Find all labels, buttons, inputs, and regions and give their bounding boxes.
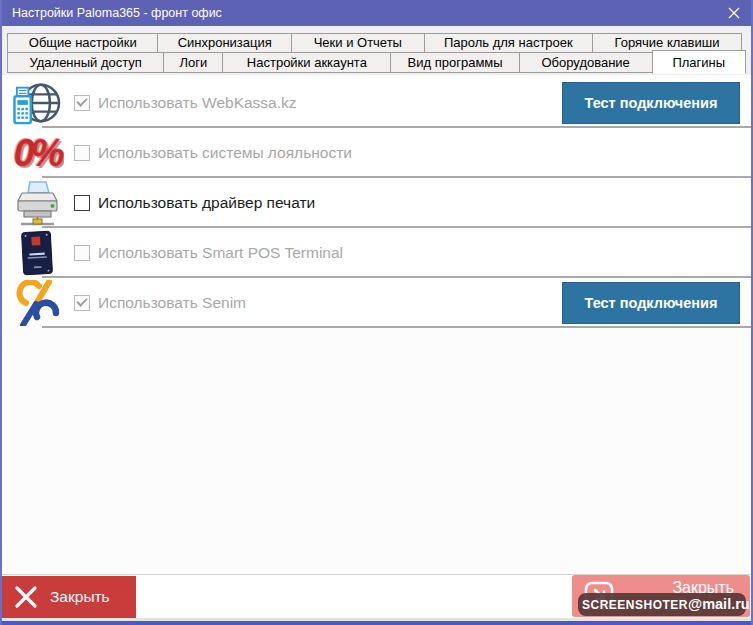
plugin-row-loyalty: 0% Использовать системы лояльности [2, 128, 751, 178]
tab-row-2: Удаленный доступ Логи Настройки аккаунта… [2, 53, 751, 74]
tab-program-view[interactable]: Вид программы [390, 52, 519, 73]
plugin-row-senim: Использовать Senim Тест подключения [2, 278, 751, 328]
titlebar: Настройки Paloma365 - фронт офис [2, 0, 751, 26]
settings-window: Настройки Paloma365 - фронт офис Общие н… [0, 0, 753, 625]
screenshoter-watermark[interactable]: Закрыть SCREENSHOTER@mail.ru [572, 575, 750, 617]
tab-synchronization[interactable]: Синхронизация [157, 33, 291, 53]
test-connection-button[interactable]: Тест подключения [562, 82, 740, 124]
row-divider [42, 326, 751, 328]
tab-logs[interactable]: Логи [163, 52, 223, 73]
plugin-row-print-driver: Использовать драйвер печати [2, 178, 751, 228]
tab-strip: Общие настройки Синхронизация Чеки и Отч… [2, 26, 751, 75]
tab-remote-access[interactable]: Удаленный доступ [7, 52, 164, 73]
plugin-checkbox[interactable] [74, 95, 90, 111]
senim-percent-icon [10, 280, 64, 326]
plugin-checkbox[interactable] [74, 245, 90, 261]
plugin-checkbox[interactable] [74, 145, 90, 161]
webkassa-globe-icon [10, 80, 64, 126]
plugin-label: Использовать системы лояльности [98, 144, 751, 162]
window-close-icon[interactable] [727, 6, 741, 20]
tab-row-1: Общие настройки Синхронизация Чеки и Отч… [2, 33, 751, 53]
tab-account-settings[interactable]: Настройки аккаунта [222, 52, 391, 73]
bottom-blue-strip [2, 621, 751, 625]
tab-general-settings[interactable]: Общие настройки [7, 33, 158, 53]
plugin-row-webkassa: Использовать WebKassa.kz Тест подключени… [2, 78, 751, 128]
tab-receipts-reports[interactable]: Чеки и Отчеты [291, 33, 425, 53]
plugins-panel: Использовать WebKassa.kz Тест подключени… [2, 75, 751, 574]
tab-equipment[interactable]: Оборудование [519, 52, 653, 73]
tab-settings-password[interactable]: Пароль для настроек [424, 33, 593, 53]
close-button-label: Закрыть [50, 588, 110, 606]
window-title: Настройки Paloma365 - фронт офис [12, 6, 222, 20]
screenshoter-badge: SCREENSHOTER@mail.ru [578, 593, 746, 616]
footer-bar: Закрыть Закрыть SCREENSHOTER@mail.ru [2, 574, 751, 618]
loyalty-percent-icon: 0% [10, 130, 64, 176]
plugin-label: Использовать Smart POS Terminal [98, 244, 751, 262]
close-button[interactable]: Закрыть [2, 576, 136, 618]
plugin-label: Использовать WebKassa.kz [98, 94, 562, 112]
plugin-label: Использовать драйвер печати [98, 194, 751, 212]
smart-pos-terminal-icon [10, 230, 64, 276]
badge-domain-text: @mail.ru [688, 596, 750, 612]
loyalty-percent-text: 0% [14, 134, 61, 172]
close-x-icon [14, 585, 38, 609]
plugin-checkbox[interactable] [74, 195, 90, 211]
plugin-row-smart-pos: Использовать Smart POS Terminal [2, 228, 751, 278]
plugin-label: Использовать Senim [98, 294, 562, 312]
plugin-checkbox[interactable] [74, 295, 90, 311]
tab-plugins[interactable]: Плагины [652, 50, 746, 74]
badge-user-text: SCREENSHOTER [582, 598, 688, 612]
printer-icon [10, 180, 64, 226]
test-connection-button[interactable]: Тест подключения [562, 282, 740, 324]
